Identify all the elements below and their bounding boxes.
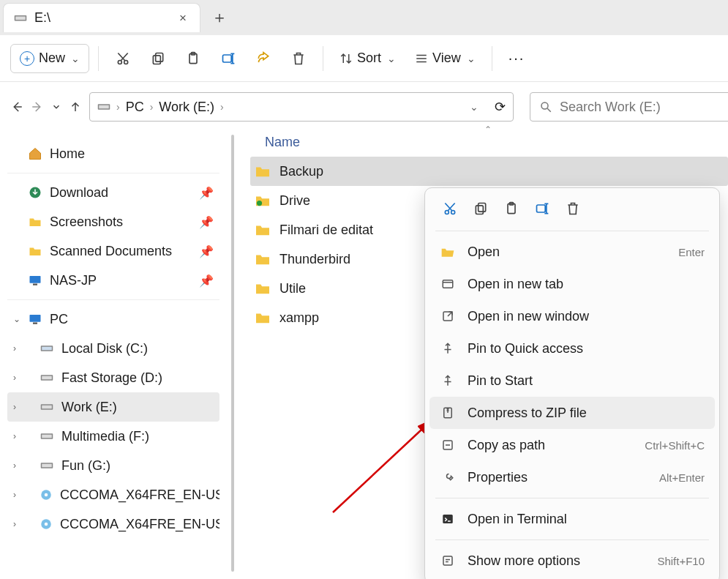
file-name: Filmari de editat	[279, 223, 373, 238]
forward-button[interactable]	[31, 95, 44, 119]
sidebar-label: CCCOMA_X64FRE_EN-US	[60, 488, 219, 503]
ctx-open[interactable]: Open Enter	[429, 236, 715, 268]
delete-button[interactable]	[563, 198, 583, 219]
chevron-down-icon: ⌄	[71, 53, 80, 64]
copy-button[interactable]	[143, 44, 173, 73]
search-box[interactable]	[530, 92, 728, 122]
ctx-show-more[interactable]: Show more options Shift+F10	[429, 545, 715, 577]
svg-rect-44	[443, 556, 452, 565]
drive-icon	[14, 13, 27, 23]
chevron-right-icon[interactable]: ›	[13, 373, 16, 383]
column-header-name[interactable]: ⌃ Name	[250, 127, 728, 157]
tab-current[interactable]: E:\ ×	[3, 3, 200, 32]
new-label: New	[39, 51, 65, 66]
back-button[interactable]	[10, 95, 23, 119]
up-button[interactable]	[69, 95, 82, 119]
history-chevron[interactable]: ⌄	[470, 101, 479, 113]
svg-rect-14	[33, 284, 37, 285]
svg-rect-8	[223, 55, 232, 62]
chevron-right-icon[interactable]: ›	[150, 101, 154, 113]
view-button[interactable]: View ⌄	[408, 44, 483, 73]
ctx-label: Open in new tab	[468, 277, 563, 292]
recent-button[interactable]	[51, 95, 61, 119]
sidebar-drive-c[interactable]: › Local Disk (C:)	[7, 334, 219, 363]
folder-icon	[255, 282, 271, 295]
svg-point-3	[124, 60, 128, 64]
svg-rect-38	[537, 205, 546, 212]
sidebar-home[interactable]: Home	[7, 139, 219, 168]
svg-point-33	[451, 211, 455, 214]
chevron-right-icon[interactable]: ›	[13, 460, 16, 471]
breadcrumb-pc[interactable]: PC	[126, 100, 144, 115]
chevron-right-icon[interactable]: ›	[13, 519, 16, 529]
ctx-open-window[interactable]: Open in new window	[429, 300, 715, 332]
sidebar-item-scanned[interactable]: Scanned Documents 📌	[7, 236, 219, 266]
more-button[interactable]: ···	[501, 44, 533, 73]
refresh-button[interactable]: ⟳	[495, 99, 506, 115]
monitor-icon	[28, 312, 42, 326]
drive-icon	[40, 458, 54, 473]
ctx-compress-zip[interactable]: Compress to ZIP file	[429, 397, 715, 429]
sort-button[interactable]: Sort ⌄	[332, 44, 403, 73]
chevron-down-icon[interactable]: ⌄	[13, 314, 20, 324]
delete-button[interactable]	[283, 44, 314, 73]
wrench-icon	[440, 471, 456, 484]
ctx-terminal[interactable]: Open in Terminal	[429, 503, 715, 535]
sidebar-pc[interactable]: ⌄ PC	[7, 305, 219, 334]
ctx-label: Compress to ZIP file	[468, 406, 587, 421]
svg-rect-16	[33, 323, 37, 324]
search-input[interactable]	[560, 100, 728, 115]
ctx-label: Open in new window	[468, 309, 589, 324]
chevron-right-icon[interactable]: ›	[220, 101, 224, 113]
cut-button[interactable]	[440, 198, 460, 219]
drive-icon	[40, 429, 54, 444]
close-icon[interactable]: ×	[176, 11, 189, 26]
folder-icon	[28, 244, 42, 258]
separator	[435, 231, 709, 231]
breadcrumb-work[interactable]: Work (E:)	[159, 100, 214, 115]
crumb-label: PC	[126, 100, 144, 115]
svg-point-28	[45, 493, 48, 497]
svg-point-2	[118, 60, 121, 64]
pin-icon: 📌	[199, 244, 214, 258]
sidebar-item-download[interactable]: Download 📌	[7, 178, 219, 207]
shortcut: Enter	[678, 246, 705, 258]
ctx-copy-path[interactable]: Copy as path Ctrl+Shift+C	[429, 429, 715, 461]
share-button[interactable]	[248, 44, 279, 73]
sidebar-drive-e[interactable]: › Work (E:)	[7, 392, 219, 422]
cut-button[interactable]	[108, 44, 138, 73]
chevron-right-icon[interactable]: ›	[13, 431, 16, 441]
ctx-pin-quick[interactable]: Pin to Quick access	[429, 332, 715, 365]
svg-rect-24	[42, 435, 52, 438]
sidebar-drive-d[interactable]: › Fast Storage (D:)	[7, 363, 219, 392]
chevron-right-icon[interactable]: ›	[13, 402, 16, 412]
svg-rect-15	[30, 315, 41, 322]
sidebar-drive-g[interactable]: › Fun (G:)	[7, 451, 219, 480]
svg-rect-20	[42, 376, 52, 380]
ctx-properties[interactable]: Properties Alt+Enter	[429, 461, 715, 493]
new-button[interactable]: + New ⌄	[10, 44, 89, 73]
sidebar-drive-dvd2[interactable]: › CCCOMA_X64FRE_EN-US	[7, 509, 219, 539]
copy-button[interactable]	[470, 198, 491, 219]
rename-button[interactable]	[532, 198, 552, 219]
address-bar[interactable]: › PC › Work (E:) › ⌄ ⟳	[89, 92, 514, 122]
ctx-label: Open	[468, 244, 500, 260]
sidebar-label: Screenshots	[50, 214, 123, 230]
svg-rect-34	[479, 203, 486, 212]
chevron-right-icon[interactable]: ›	[13, 343, 16, 354]
chevron-right-icon[interactable]: ›	[13, 490, 16, 500]
ctx-pin-start[interactable]: Pin to Start	[429, 365, 715, 397]
sidebar-drive-dvd1[interactable]: › CCCOMA_X64FRE_EN-US	[7, 480, 219, 509]
new-tab-button[interactable]: ＋	[205, 3, 234, 32]
paste-button[interactable]	[178, 44, 209, 73]
sidebar-item-screenshots[interactable]: Screenshots 📌	[7, 207, 219, 236]
sidebar-item-nas[interactable]: NAS-JP 📌	[7, 266, 219, 295]
paste-button[interactable]	[501, 198, 522, 219]
chevron-right-icon[interactable]: ›	[116, 101, 120, 113]
folder-icon	[255, 165, 271, 178]
file-name: Utile	[279, 281, 306, 296]
file-item-backup[interactable]: Backup	[250, 157, 728, 186]
ctx-open-tab[interactable]: Open in new tab	[429, 268, 715, 300]
sidebar-drive-f[interactable]: › Multimedia (F:)	[7, 422, 219, 451]
rename-button[interactable]	[213, 44, 244, 73]
